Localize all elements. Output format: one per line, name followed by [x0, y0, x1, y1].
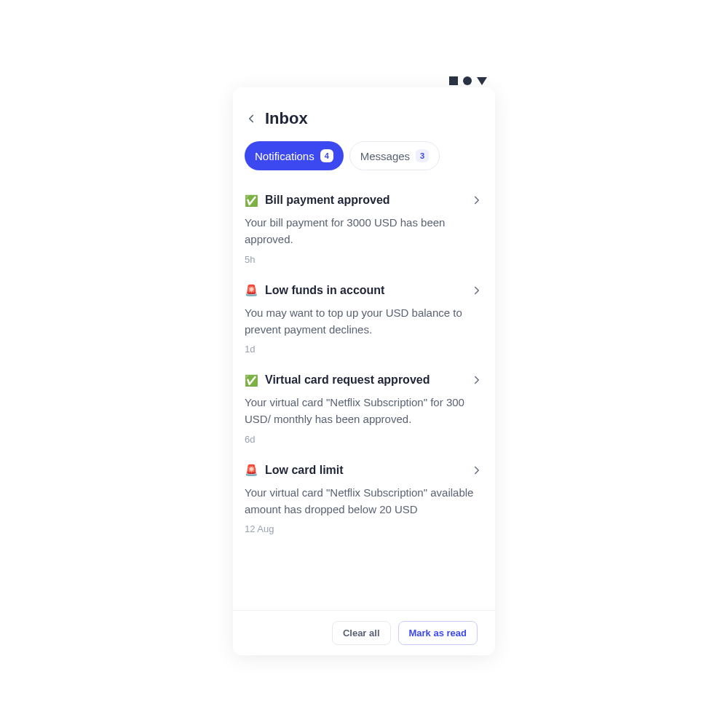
item-body: Your virtual card "Netflix Subscription"…: [245, 484, 483, 518]
item-time: 1d: [245, 344, 483, 355]
list-item[interactable]: 🚨 Low card limit Your virtual card "Netf…: [245, 454, 483, 544]
status-icon: ✅: [245, 375, 258, 386]
inbox-panel: Inbox Notifications 4 Messages 3 ✅ Bill …: [233, 87, 495, 655]
control-triangle-icon[interactable]: [477, 77, 487, 85]
control-square-icon[interactable]: [449, 76, 458, 85]
item-title: Virtual card request approved: [265, 373, 464, 387]
tab-messages-badge: 3: [416, 149, 429, 162]
item-time: 5h: [245, 254, 483, 265]
item-title: Bill payment approved: [265, 194, 464, 207]
chevron-right-icon: [470, 464, 483, 477]
list-item[interactable]: 🚨 Low funds in account You may want to t…: [245, 274, 483, 364]
control-circle-icon[interactable]: [463, 76, 472, 85]
back-icon[interactable]: [245, 112, 258, 125]
tab-messages[interactable]: Messages 3: [349, 141, 440, 170]
panel-header: Inbox: [233, 87, 495, 141]
list-item[interactable]: ✅ Bill payment approved Your bill paymen…: [245, 183, 483, 274]
item-body: Your virtual card "Netflix Subscription"…: [245, 394, 483, 428]
mark-as-read-button[interactable]: Mark as read: [398, 621, 478, 645]
chevron-right-icon: [470, 284, 483, 297]
page-title: Inbox: [265, 109, 308, 128]
list-item-header: 🚨 Low funds in account: [245, 284, 483, 297]
list-item-header: 🚨 Low card limit: [245, 464, 483, 477]
notification-list: ✅ Bill payment approved Your bill paymen…: [233, 183, 495, 610]
item-body: You may want to top up your USD balance …: [245, 304, 483, 339]
window-controls: [449, 76, 487, 85]
item-body: Your bill payment for 3000 USD has been …: [245, 214, 483, 248]
status-icon: ✅: [245, 195, 258, 206]
item-time: 12 Aug: [245, 523, 483, 534]
tab-messages-label: Messages: [360, 150, 410, 162]
status-icon: 🚨: [245, 464, 258, 475]
item-title: Low card limit: [265, 464, 464, 477]
chevron-right-icon: [470, 194, 483, 207]
tab-notifications-badge: 4: [320, 149, 333, 162]
list-item-header: ✅ Bill payment approved: [245, 194, 483, 207]
tab-notifications[interactable]: Notifications 4: [245, 141, 344, 170]
list-item[interactable]: ✅ Virtual card request approved Your vir…: [245, 363, 483, 454]
status-icon: 🚨: [245, 285, 258, 296]
list-item-header: ✅ Virtual card request approved: [245, 373, 483, 387]
chevron-right-icon: [470, 373, 483, 387]
tabs: Notifications 4 Messages 3: [233, 141, 495, 183]
tab-notifications-label: Notifications: [255, 150, 314, 162]
item-time: 6d: [245, 434, 483, 445]
clear-all-button[interactable]: Clear all: [332, 621, 391, 645]
panel-footer: Clear all Mark as read: [233, 610, 495, 655]
item-title: Low funds in account: [265, 284, 464, 297]
